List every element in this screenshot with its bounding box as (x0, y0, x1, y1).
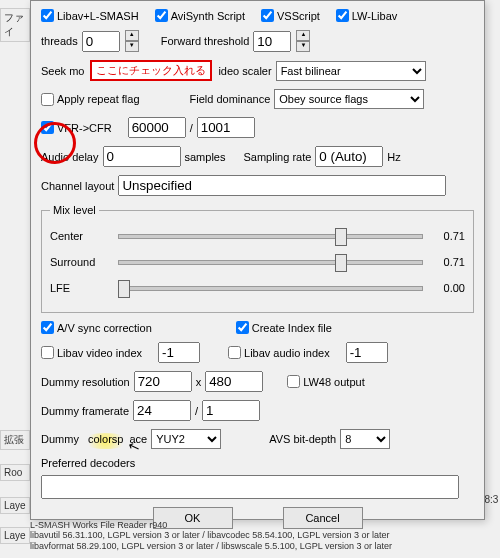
create-index-label: Create Index file (252, 322, 332, 334)
surround-value: 0.71 (431, 256, 465, 268)
audio-delay-input[interactable] (103, 146, 181, 167)
annotation-circle (34, 122, 76, 164)
fwd-thresh-input[interactable] (253, 31, 291, 52)
avisynth-label: AviSynth Script (171, 10, 245, 22)
surround-slider[interactable] (118, 252, 423, 272)
samples-label: samples (185, 151, 226, 163)
threads-label: threads (41, 35, 78, 47)
up-icon[interactable]: ▲ (125, 30, 139, 41)
libav-video-index-label: Libav video index (57, 347, 142, 359)
av-sync-label: A/V sync correction (57, 322, 152, 334)
libav-audio-index-label: Libav audio index (244, 347, 330, 359)
libav-video-index-input[interactable] (158, 342, 200, 363)
av-sync-checkbox[interactable] (41, 321, 54, 334)
lw48-output-checkbox[interactable] (287, 375, 300, 388)
fwd-thresh-spinner[interactable]: ▲▼ (296, 30, 310, 52)
center-label: Center (50, 230, 110, 242)
settings-dialog: Libav+L-SMASH AviSynth Script VSScript L… (30, 0, 485, 520)
dummy-fr-label: Dummy framerate (41, 405, 129, 417)
mix-level-group: Mix level Center 0.71 Surround 0.71 LFE … (41, 204, 474, 313)
preferred-label: Preferred decoders (41, 457, 135, 469)
threads-input[interactable] (82, 31, 120, 52)
threads-spinner[interactable]: ▲▼ (125, 30, 139, 52)
annotation-box: ここにチェック入れる (90, 60, 212, 81)
seek-mode-label: Seek mo (41, 65, 84, 77)
libav-video-index-checkbox[interactable] (41, 346, 54, 359)
preferred-decoders-input[interactable] (41, 475, 459, 499)
bg-ext: 拡張 (0, 430, 30, 450)
libav-audio-index-input[interactable] (346, 342, 388, 363)
dummy-res-h-input[interactable] (205, 371, 263, 392)
sampling-rate-input[interactable] (315, 146, 383, 167)
vfr-den-input[interactable] (197, 117, 255, 138)
libav-lsmash-label: Libav+L-SMASH (57, 10, 139, 22)
slash-label-2: / (195, 405, 198, 417)
avisynth-checkbox[interactable] (155, 9, 168, 22)
lw-libav-label: LW-Libav (352, 10, 397, 22)
libav-audio-index-checkbox[interactable] (228, 346, 241, 359)
down-icon[interactable]: ▼ (296, 41, 310, 52)
avs-bitdepth-select[interactable]: 8 (340, 429, 390, 449)
center-slider[interactable] (118, 226, 423, 246)
lfe-value: 0.00 (431, 282, 465, 294)
dummy-res-label: Dummy resolution (41, 376, 130, 388)
bg-layer2: Laye (0, 527, 30, 544)
video-scaler-select[interactable]: Fast bilinear (276, 61, 426, 81)
dummy-colorspace-select[interactable]: YUY2 (151, 429, 221, 449)
bg-root: Roo (0, 464, 30, 481)
slash-label: / (190, 122, 193, 134)
avs-bitdepth-label: AVS bit-depth (269, 433, 336, 445)
dummy-fr-den-input[interactable] (202, 400, 260, 421)
dummy-fr-num-input[interactable] (133, 400, 191, 421)
vsscript-checkbox[interactable] (261, 9, 274, 22)
bg-file-menu: ファイ (0, 8, 30, 42)
apply-repeat-checkbox[interactable] (41, 93, 54, 106)
video-scaler-label: ideo scaler (218, 65, 271, 77)
create-index-checkbox[interactable] (236, 321, 249, 334)
fwd-thresh-label: Forward threshold (161, 35, 250, 47)
channel-layout-input[interactable] (118, 175, 446, 196)
lfe-label: LFE (50, 282, 110, 294)
lfe-slider[interactable] (118, 278, 423, 298)
footer-version: L-SMASH Works File Reader r940 libavutil… (30, 520, 392, 552)
vsscript-label: VSScript (277, 10, 320, 22)
field-dominance-select[interactable]: Obey source flags (274, 89, 424, 109)
hz-label: Hz (387, 151, 400, 163)
surround-label: Surround (50, 256, 110, 268)
dummy-res-w-input[interactable] (134, 371, 192, 392)
center-value: 0.71 (431, 230, 465, 242)
lw48-output-label: LW48 output (303, 376, 365, 388)
libav-lsmash-checkbox[interactable] (41, 9, 54, 22)
field-dominance-label: Field dominance (190, 93, 271, 105)
sampling-rate-label: Sampling rate (243, 151, 311, 163)
up-icon[interactable]: ▲ (296, 30, 310, 41)
bg-layer1: Laye (0, 497, 30, 514)
vfr-num-input[interactable] (128, 117, 186, 138)
apply-repeat-label: Apply repeat flag (57, 93, 140, 105)
mix-level-legend: Mix level (50, 204, 99, 216)
down-icon[interactable]: ▼ (125, 41, 139, 52)
channel-layout-label: Channel layout (41, 180, 114, 192)
x-label: x (196, 376, 202, 388)
lw-libav-checkbox[interactable] (336, 9, 349, 22)
